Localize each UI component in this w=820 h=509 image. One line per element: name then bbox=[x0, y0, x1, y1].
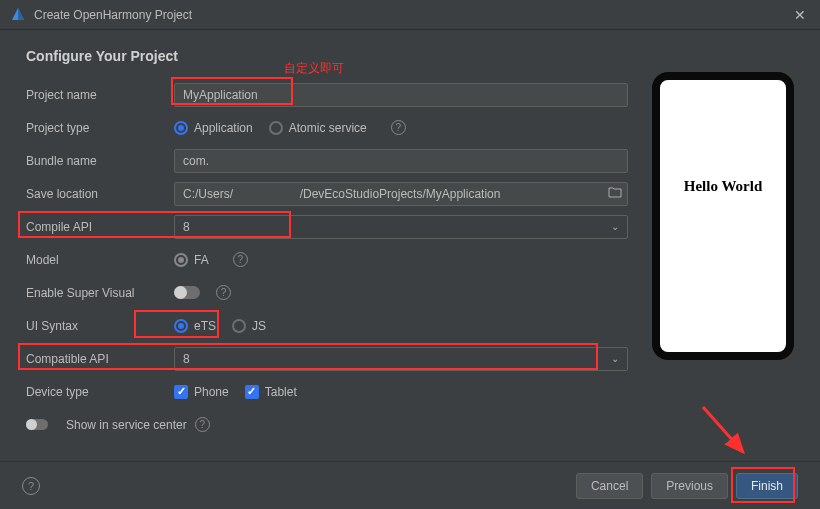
super-visual-toggle[interactable] bbox=[174, 286, 200, 299]
checkbox-tablet[interactable]: ✓Tablet bbox=[245, 385, 297, 399]
compile-api-value: 8 bbox=[183, 220, 190, 234]
row-bundle-name: Bundle name bbox=[26, 144, 628, 177]
label-model: Model bbox=[26, 253, 174, 267]
cancel-button[interactable]: Cancel bbox=[576, 473, 643, 499]
row-compatible-api: Compatible API 8 ⌄ bbox=[26, 342, 628, 375]
label-project-type: Project type bbox=[26, 121, 174, 135]
device-preview: Hello World bbox=[652, 72, 794, 360]
save-location-input[interactable] bbox=[174, 182, 628, 206]
chevron-down-icon: ⌄ bbox=[611, 221, 619, 232]
service-center-toggle[interactable] bbox=[26, 419, 48, 430]
finish-button[interactable]: Finish bbox=[736, 473, 798, 499]
bottombar: ? Cancel Previous Finish bbox=[0, 461, 820, 509]
row-show-in-service-center: Show in service center ? bbox=[26, 408, 628, 441]
label-super-visual: Enable Super Visual bbox=[26, 286, 174, 300]
bundle-name-input[interactable] bbox=[174, 149, 628, 173]
radio-fa-model[interactable]: FA bbox=[174, 253, 209, 267]
form-area: 自定义即可 Project name Project type Applicat… bbox=[26, 78, 794, 441]
label-compatible-api: Compatible API bbox=[26, 352, 174, 366]
content: Configure Your Project 自定义即可 Project nam… bbox=[0, 30, 820, 441]
label-project-name: Project name bbox=[26, 88, 174, 102]
window-title: Create OpenHarmony Project bbox=[34, 8, 790, 22]
row-enable-super-visual: Enable Super Visual ? bbox=[26, 276, 628, 309]
preview-text: Hello World bbox=[684, 178, 762, 195]
row-ui-syntax: UI Syntax eTS JS bbox=[26, 309, 628, 342]
titlebar: Create OpenHarmony Project ✕ bbox=[0, 0, 820, 30]
label-save-location: Save location bbox=[26, 187, 174, 201]
label-compile-api: Compile API bbox=[26, 220, 174, 234]
compatible-api-select[interactable]: 8 ⌄ bbox=[174, 347, 628, 371]
row-project-type: Project type Application Atomic service … bbox=[26, 111, 628, 144]
label-device-type: Device type bbox=[26, 385, 174, 399]
row-save-location: Save location bbox=[26, 177, 628, 210]
help-icon[interactable]: ? bbox=[233, 252, 248, 267]
radio-application[interactable]: Application bbox=[174, 121, 253, 135]
row-device-type: Device type ✓Phone ✓Tablet bbox=[26, 375, 628, 408]
page-heading: Configure Your Project bbox=[26, 48, 794, 64]
help-icon[interactable]: ? bbox=[216, 285, 231, 300]
chevron-down-icon: ⌄ bbox=[611, 353, 619, 364]
checkbox-phone[interactable]: ✓Phone bbox=[174, 385, 229, 399]
form-column: 自定义即可 Project name Project type Applicat… bbox=[26, 78, 628, 441]
project-name-input[interactable] bbox=[174, 83, 628, 107]
compile-api-select[interactable]: 8 ⌄ bbox=[174, 215, 628, 239]
compatible-api-value: 8 bbox=[183, 352, 190, 366]
radio-atomic-service[interactable]: Atomic service bbox=[269, 121, 367, 135]
row-project-name: 自定义即可 Project name bbox=[26, 78, 628, 111]
radio-js[interactable]: JS bbox=[232, 319, 266, 333]
label-service-center: Show in service center bbox=[66, 418, 187, 432]
label-bundle-name: Bundle name bbox=[26, 154, 174, 168]
help-button[interactable]: ? bbox=[22, 477, 40, 495]
row-compile-api: Compile API 8 ⌄ bbox=[26, 210, 628, 243]
help-icon[interactable]: ? bbox=[195, 417, 210, 432]
row-model: Model FA ? bbox=[26, 243, 628, 276]
radio-ets[interactable]: eTS bbox=[174, 319, 216, 333]
label-ui-syntax: UI Syntax bbox=[26, 319, 174, 333]
help-icon[interactable]: ? bbox=[391, 120, 406, 135]
close-icon[interactable]: ✕ bbox=[790, 7, 810, 23]
app-logo-icon bbox=[10, 7, 26, 23]
previous-button[interactable]: Previous bbox=[651, 473, 728, 499]
